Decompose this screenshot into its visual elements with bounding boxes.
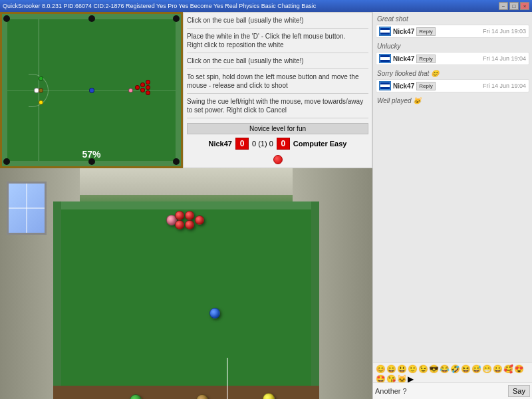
cushion-3d-right — [311, 201, 319, 399]
avatar-1 — [379, 27, 391, 36]
emoji-big-grin[interactable]: 😀 — [493, 364, 503, 374]
cushion-right — [176, 14, 181, 166]
mini-brown-ball — [39, 88, 43, 92]
divider-2 — [187, 53, 368, 53]
pocket-tm — [88, 15, 95, 22]
svg-rect-4 — [380, 57, 390, 60]
pocket-tl — [3, 15, 10, 22]
chat-message-1: Nick47 Reply Fri 14 Jun 19:03 — [376, 25, 529, 38]
minimize-button[interactable]: − — [499, 2, 508, 10]
chat-username-3: Nick47 — [393, 82, 414, 90]
flag-icon-3 — [380, 82, 390, 89]
emoji-wink[interactable]: 😉 — [418, 364, 428, 374]
3d-red-2 — [185, 211, 194, 220]
mini-blue-ball — [89, 88, 94, 93]
divider-4 — [187, 93, 368, 94]
cushion-3d-top — [53, 201, 319, 209]
mini-yellow-ball — [39, 100, 43, 104]
emoji-arrow[interactable]: ▶ — [408, 374, 414, 382]
divider-3 — [187, 68, 368, 69]
message-input-text[interactable]: Another ? — [375, 387, 507, 395]
chat-time-1: Fri 14 Jun 19:03 — [483, 28, 526, 35]
mini-table-felt: 57% — [2, 14, 181, 166]
chat-time-3: Fri 14 Jun 19:04 — [483, 82, 526, 89]
chat-messages: Great shot Nick47 Reply Fri 14 Jun 19:03 — [373, 12, 532, 362]
titlebar: QuickSnooker 8.0.231 PID:66074 CID:2-187… — [0, 0, 532, 12]
close-button[interactable]: × — [520, 2, 529, 10]
reply-button-2[interactable]: Reply — [416, 55, 435, 63]
3d-red-4 — [185, 220, 194, 229]
emoji-hearts[interactable]: 🥰 — [503, 364, 513, 374]
score-row: Nick47 0 0 (1) 0 0 Computer Easy — [187, 138, 368, 150]
emoji-smile[interactable]: 😊 — [376, 364, 386, 374]
top-section: 57% Click on the cue ball (usually the w… — [0, 12, 372, 168]
emoji-laugh[interactable]: 😆 — [461, 364, 471, 374]
pocket-bl — [3, 158, 10, 165]
pocket-br — [173, 158, 180, 165]
avatar-2 — [379, 54, 391, 63]
player-score: 0 — [235, 138, 249, 150]
main-container: 57% Click on the cue ball (usually the w… — [0, 12, 532, 399]
chat-header-3: Sorry flooked that 😊 — [376, 69, 529, 78]
emoji-lol[interactable]: 😂 — [440, 364, 450, 374]
cushion-3d-left — [53, 201, 61, 399]
maximize-button[interactable]: □ — [509, 2, 519, 10]
mini-table: 57% — [0, 12, 183, 168]
controls-panel: Click on the cue ball (usually the white… — [183, 12, 372, 168]
svg-rect-2 — [380, 30, 390, 33]
flag-icon — [380, 28, 390, 35]
emoji-cat[interactable]: 🐱 — [397, 374, 407, 382]
window-left — [7, 182, 47, 235]
chat-header-2: Unlucky — [376, 42, 529, 51]
3d-red-5 — [195, 215, 204, 225]
chat-group-3: Sorry flooked that 😊 Nick47 Reply Fri 14… — [376, 69, 529, 92]
emoji-cool[interactable]: 😎 — [429, 364, 439, 374]
chat-panel: Great shot Nick47 Reply Fri 14 Jun 19:03 — [372, 12, 532, 399]
mini-red-5 — [146, 85, 150, 90]
emoji-rofl[interactable]: 🤣 — [450, 364, 460, 374]
computer-score: 0 — [277, 138, 290, 150]
game-area: 57% Click on the cue ball (usually the w… — [0, 12, 372, 399]
emoji-grin[interactable]: 😄 — [386, 364, 396, 374]
mini-green-ball — [39, 76, 43, 80]
emoji-star-struck[interactable]: 🤩 — [376, 374, 386, 382]
chat-message-2: Nick47 Reply Fri 14 Jun 19:04 — [376, 52, 529, 65]
mini-red-3 — [140, 88, 145, 92]
emoji-beam[interactable]: 😁 — [482, 364, 492, 374]
aim-line — [227, 358, 228, 399]
reply-button-1[interactable]: Reply — [416, 27, 435, 36]
3d-red-3 — [175, 220, 184, 229]
titlebar-controls: − □ × — [499, 2, 529, 10]
emoji-slight[interactable]: 🙂 — [408, 364, 418, 374]
computer-label: Computer Easy — [293, 140, 347, 148]
chat-group-2: Unlucky Nick47 Reply Fri 14 Jun 19:04 — [376, 42, 529, 65]
emoji-bar: 😊 😄 😃 🙂 😉 😎 😂 🤣 😆 😅 😁 😀 🥰 😍 🤩 😘 🐱 ▶ — [373, 362, 532, 382]
player-name: Nick47 — [209, 140, 232, 148]
reply-button-3[interactable]: Reply — [416, 82, 435, 90]
emoji-kiss[interactable]: 😘 — [386, 374, 396, 382]
chat-message-3: Nick47 Reply Fri 14 Jun 19:04 — [376, 79, 529, 92]
divider-1 — [187, 28, 368, 29]
view-3d[interactable]: 57% — [0, 168, 372, 399]
mini-red-4 — [146, 80, 150, 84]
instruction-4: To set spin, hold down the left mouse bu… — [187, 72, 368, 90]
red-indicator — [273, 155, 283, 164]
mini-red-6 — [146, 90, 150, 95]
chat-username-1: Nick47 — [393, 28, 414, 35]
avatar-3 — [379, 81, 391, 90]
mini-red-1 — [135, 85, 140, 90]
titlebar-title: QuickSnooker 8.0.231 PID:66074 CID:2-187… — [3, 3, 316, 9]
chat-header-1: Great shot — [376, 15, 529, 23]
instruction-1: Click on the cue ball (usually the white… — [187, 16, 368, 25]
chat-group-4: Well played 🐱 — [376, 96, 529, 105]
instruction-5: Swing the cue left/right with the mouse,… — [187, 97, 368, 114]
svg-rect-6 — [380, 84, 390, 87]
mini-percentage: 57% — [82, 149, 100, 160]
emoji-sweat[interactable]: 😅 — [471, 364, 481, 374]
emoji-happy[interactable]: 😃 — [397, 364, 407, 374]
3d-blue-ball — [209, 308, 220, 319]
chat-time-2: Fri 14 Jun 19:04 — [483, 55, 526, 62]
say-button[interactable]: Say — [508, 385, 530, 397]
chat-header-4: Well played 🐱 — [376, 96, 529, 105]
emoji-heart-eyes[interactable]: 😍 — [514, 364, 524, 374]
